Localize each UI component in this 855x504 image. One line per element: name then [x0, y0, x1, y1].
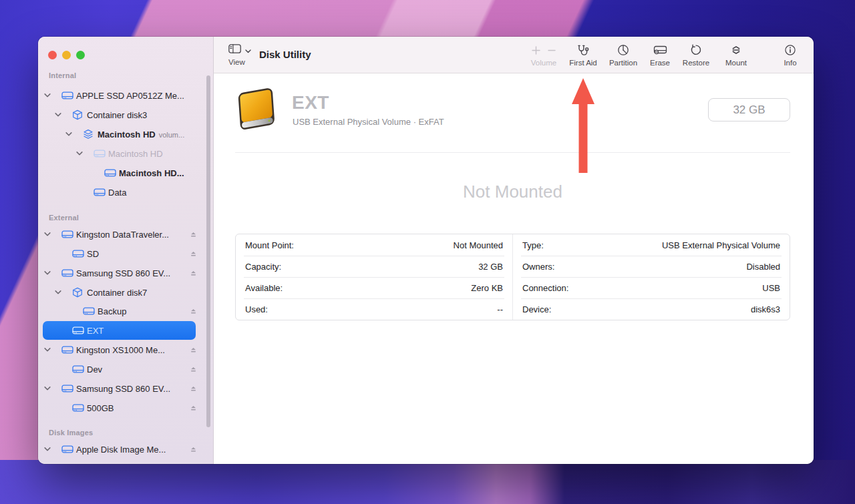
- sidebar-item-dev[interactable]: Dev: [38, 360, 213, 379]
- details-value: 32 GB: [478, 262, 503, 272]
- sidebar-item-backup[interactable]: Backup: [38, 302, 213, 320]
- sidebar-item-text: Samsung SSD 860 EV...: [76, 268, 170, 278]
- wallpaper-bottom-band: [0, 460, 855, 504]
- sidebar-item-samsung-ssd-860-ev[interactable]: Samsung SSD 860 EV...: [38, 264, 213, 282]
- drive-icon: [83, 307, 95, 316]
- disclosure-chevron-icon[interactable]: [44, 271, 51, 276]
- sidebar-item-label: Kingston XS1000 Me...: [76, 345, 165, 355]
- eject-button[interactable]: [190, 446, 197, 453]
- sidebar-item-apple-ssd-ap0512z-me[interactable]: APPLE SSD AP0512Z Me...: [38, 86, 213, 105]
- info-icon: [762, 43, 814, 57]
- mount-status-text: Not Mounted: [235, 182, 790, 202]
- sidebar-item-macintosh-hd[interactable]: Macintosh HD...: [38, 164, 213, 182]
- disclosure-chevron-icon[interactable]: [44, 447, 51, 452]
- details-value: Disabled: [746, 262, 780, 272]
- eject-button[interactable]: [190, 308, 197, 314]
- sidebar-item-text: Samsung SSD 860 EV...: [76, 384, 170, 394]
- details-row: Type:USB External Physical Volume: [513, 234, 790, 256]
- minimize-button[interactable]: [62, 51, 71, 59]
- sidebar-scrollbar[interactable]: [206, 75, 210, 427]
- sidebar-item-text: Macintosh HD: [98, 130, 156, 140]
- details-row: Used:--: [236, 298, 512, 320]
- sidebar-item-container-disk7[interactable]: Container disk7: [38, 283, 213, 302]
- details-value: Not Mounted: [454, 240, 503, 250]
- sidebar-section-label: External: [49, 214, 79, 222]
- view-button[interactable]: View: [228, 44, 263, 66]
- sidebar-item-text: APPLE SSD AP0512Z Me...: [76, 91, 184, 101]
- details-label: Available:: [245, 283, 283, 293]
- sidebar-item-label: Container disk3: [87, 110, 147, 120]
- details-value: --: [497, 304, 503, 314]
- sidebar-item-text: Container disk7: [87, 288, 147, 298]
- sidebar-item-text: Dev: [87, 364, 102, 374]
- sidebar-item-text: Container disk3: [87, 110, 147, 120]
- mount-button[interactable]: Mount: [708, 43, 764, 67]
- sidebar-item-sd[interactable]: SD: [38, 244, 213, 263]
- eject-button[interactable]: [190, 405, 197, 411]
- sidebar-item-apple-disk-image-me[interactable]: Apple Disk Image Me...: [38, 440, 213, 459]
- mount-icon: [708, 43, 764, 57]
- sidebar-view-icon: [228, 44, 241, 56]
- sidebar-item-label: 500GB: [87, 403, 114, 413]
- drive-icon: [72, 404, 84, 413]
- sidebar-item-label: Macintosh HD: [108, 149, 163, 159]
- disclosure-chevron-icon[interactable]: [44, 387, 51, 391]
- eject-button[interactable]: [190, 231, 197, 238]
- cube-icon: [72, 109, 83, 120]
- details-column-right: Type:USB External Physical VolumeOwners:…: [512, 234, 790, 320]
- details-label: Mount Point:: [245, 240, 294, 250]
- sidebar: InternalAPPLE SSD AP0512Z Me...Container…: [38, 37, 214, 464]
- sidebar-item-kingston-xs1000-me[interactable]: Kingston XS1000 Me...: [38, 340, 213, 359]
- drive-icon: [61, 269, 73, 278]
- eject-button[interactable]: [190, 346, 197, 353]
- volume-name: EXT: [292, 92, 329, 113]
- disclosure-chevron-icon[interactable]: [65, 132, 72, 137]
- disclosure-chevron-icon[interactable]: [44, 232, 51, 237]
- sidebar-item-text: Backup: [98, 306, 126, 316]
- sidebar-item-text: SD: [87, 249, 99, 259]
- sidebar-section-label: Internal: [49, 71, 76, 79]
- sidebar-item-label: Data: [108, 188, 126, 198]
- drive-icon: [61, 230, 73, 239]
- details-value: USB: [762, 283, 780, 293]
- sidebar-item-ext[interactable]: EXT: [38, 321, 213, 340]
- sidebar-item-macintosh-hd[interactable]: Macintosh HDvolum...: [38, 125, 213, 144]
- disclosure-chevron-icon[interactable]: [44, 93, 51, 98]
- eject-button[interactable]: [190, 250, 197, 257]
- external-drive-device-icon: [235, 87, 282, 131]
- sidebar-item-label: EXT: [87, 326, 104, 336]
- sidebar-item-kingston-datatraveler[interactable]: Kingston DataTraveler...: [38, 225, 213, 244]
- details-value: Zero KB: [471, 283, 503, 293]
- disclosure-chevron-icon[interactable]: [76, 152, 83, 156]
- details-row: Owners:Disabled: [513, 256, 790, 277]
- main-pane: View Disk Utility VolumeFirst AidPartiti…: [214, 37, 814, 464]
- details-value: USB External Physical Volume: [662, 240, 780, 250]
- drive-icon: [61, 445, 73, 454]
- details-row: Capacity:32 GB: [236, 256, 512, 277]
- header-divider: [235, 152, 790, 153]
- disclosure-chevron-icon[interactable]: [44, 348, 51, 352]
- volume-subtitle: USB External Physical Volume · ExFAT: [293, 117, 444, 127]
- eject-button[interactable]: [190, 366, 197, 372]
- close-button[interactable]: [48, 51, 57, 59]
- eject-button[interactable]: [190, 385, 197, 392]
- zoom-button[interactable]: [76, 51, 85, 59]
- info-button[interactable]: Info: [762, 43, 814, 67]
- layers-icon: [83, 129, 94, 140]
- details-row: Mount Point:Not Mounted: [236, 234, 512, 256]
- sidebar-item-500gb[interactable]: 500GB: [38, 399, 213, 417]
- sidebar-item-text: Kingston XS1000 Me...: [76, 345, 165, 355]
- sidebar-item-text: 500GB: [87, 403, 114, 413]
- sidebar-item-samsung-ssd-860-ev[interactable]: Samsung SSD 860 EV...: [38, 379, 213, 398]
- sidebar-item-data[interactable]: Data: [38, 183, 213, 202]
- details-row: Connection:USB: [513, 277, 790, 298]
- disclosure-chevron-icon[interactable]: [55, 290, 61, 295]
- sidebar-item-macintosh-hd[interactable]: Macintosh HD: [38, 144, 213, 163]
- view-button-label: View: [228, 58, 263, 66]
- eject-button[interactable]: [190, 270, 197, 276]
- sidebar-item-label: Samsung SSD 860 EV...: [76, 384, 170, 394]
- toolbar-button-label: Info: [762, 59, 814, 67]
- sidebar-item-label: Container disk7: [87, 288, 147, 298]
- disclosure-chevron-icon[interactable]: [55, 113, 61, 117]
- sidebar-item-container-disk3[interactable]: Container disk3: [38, 105, 213, 124]
